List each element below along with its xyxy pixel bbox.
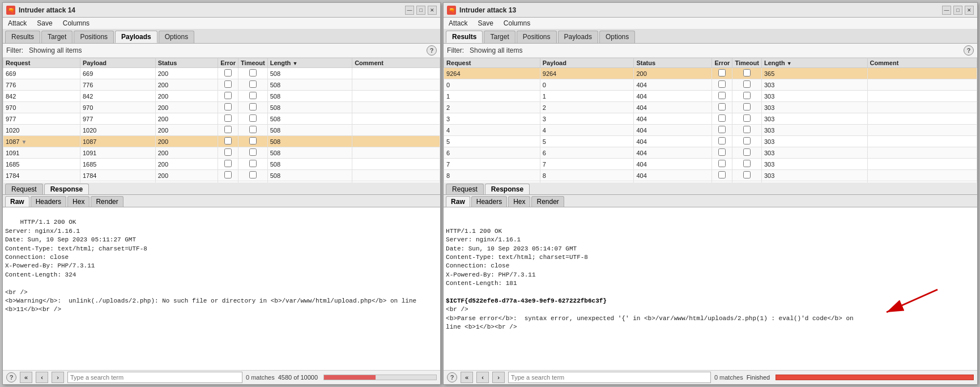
cell-error[interactable] [712, 147, 732, 159]
cell-error[interactable] [712, 102, 732, 113]
col-payload-left[interactable]: Payload [80, 58, 155, 68]
cell-error[interactable] [218, 91, 238, 102]
cell-timeout[interactable] [732, 79, 762, 91]
col-request-right[interactable]: Request [444, 58, 540, 68]
cell-timeout[interactable] [238, 125, 268, 136]
nav-next-right[interactable]: › [492, 372, 505, 383]
cell-error[interactable] [218, 170, 238, 181]
view-hex-left[interactable]: Hex [67, 196, 90, 207]
col-error-right[interactable]: Error [712, 58, 732, 68]
cell-timeout[interactable] [732, 136, 762, 147]
col-payload-right[interactable]: Payload [540, 58, 634, 68]
table-row[interactable]: 970 970 200 508 [3, 102, 440, 113]
cell-error[interactable] [712, 68, 732, 79]
table-row[interactable]: 5 5 404 303 [444, 136, 977, 147]
cell-error[interactable] [712, 136, 732, 147]
table-row[interactable]: 1087 ▼ 1087 200 508 [3, 136, 440, 147]
table-row[interactable]: 669 669 200 508 [3, 68, 440, 79]
cell-error[interactable] [218, 113, 238, 125]
nav-next-left[interactable]: › [52, 372, 64, 383]
view-raw-left[interactable]: Raw [5, 196, 29, 207]
cell-error[interactable] [712, 79, 732, 91]
tab-request-left[interactable]: Request [5, 184, 43, 194]
search-input-right[interactable] [508, 372, 711, 383]
col-status-right[interactable]: Status [634, 58, 712, 68]
col-timeout-right[interactable]: Timeout [732, 58, 762, 68]
table-row[interactable]: 1784 1784 200 508 [3, 170, 440, 181]
close-button-left[interactable]: ✕ [428, 6, 437, 15]
table-row[interactable]: 776 776 200 508 [3, 79, 440, 91]
tab-request-right[interactable]: Request [446, 184, 484, 194]
view-raw-right[interactable]: Raw [446, 196, 470, 207]
table-row[interactable]: 1091 1091 200 508 [3, 147, 440, 159]
tab-options-left[interactable]: Options [159, 31, 194, 43]
cell-timeout[interactable] [732, 91, 762, 102]
tab-response-left[interactable]: Response [44, 184, 89, 194]
cell-timeout[interactable] [238, 91, 268, 102]
cell-error[interactable] [218, 102, 238, 113]
table-row[interactable]: 9264 9264 200 365 [444, 68, 977, 79]
table-row[interactable]: 977 977 200 508 [3, 113, 440, 125]
cell-error[interactable] [712, 159, 732, 170]
search-input-left[interactable] [67, 372, 242, 383]
table-row[interactable]: 4 4 404 303 [444, 125, 977, 136]
nav-prev-prev-left[interactable]: « [20, 372, 32, 383]
tab-positions-right[interactable]: Positions [517, 31, 557, 43]
table-row[interactable]: 1 1 404 303 [444, 91, 977, 102]
menu-attack-right[interactable]: Attack [447, 19, 469, 28]
menu-save-right[interactable]: Save [476, 19, 495, 28]
table-row[interactable]: 1020 1020 200 508 [3, 125, 440, 136]
col-status-left[interactable]: Status [155, 58, 218, 68]
col-request-left[interactable]: Request [3, 58, 80, 68]
cell-timeout[interactable] [732, 125, 762, 136]
cell-timeout[interactable] [238, 79, 268, 91]
view-render-left[interactable]: Render [91, 196, 123, 207]
col-length-left[interactable]: Length ▼ [267, 58, 352, 68]
cell-error[interactable] [218, 125, 238, 136]
help-button-status-right[interactable]: ? [447, 372, 457, 382]
cell-error[interactable] [218, 68, 238, 79]
tab-target-right[interactable]: Target [484, 31, 515, 43]
close-button-right[interactable]: ✕ [965, 6, 974, 15]
cell-timeout[interactable] [732, 159, 762, 170]
cell-timeout[interactable] [238, 170, 268, 181]
tab-target-left[interactable]: Target [41, 31, 73, 43]
help-button-status-left[interactable]: ? [6, 372, 16, 382]
tab-options-right[interactable]: Options [599, 31, 635, 43]
col-comment-left[interactable]: Comment [352, 58, 440, 68]
cell-timeout[interactable] [238, 113, 268, 125]
cell-timeout[interactable] [238, 68, 268, 79]
menu-attack-left[interactable]: Attack [6, 19, 28, 28]
cell-error[interactable] [712, 113, 732, 125]
cell-error[interactable] [712, 125, 732, 136]
tab-response-right[interactable]: Response [485, 184, 530, 194]
nav-prev-right[interactable]: ‹ [476, 372, 489, 383]
table-row[interactable]: 842 842 200 508 [3, 91, 440, 102]
table-row[interactable]: 0 0 404 303 [444, 79, 977, 91]
cell-timeout[interactable] [732, 68, 762, 79]
table-row[interactable]: 7 7 404 303 [444, 159, 977, 170]
table-row[interactable]: 3 3 404 303 [444, 113, 977, 125]
cell-error[interactable] [218, 159, 238, 170]
col-comment-right[interactable]: Comment [867, 58, 977, 68]
cell-timeout[interactable] [732, 113, 762, 125]
help-button-filter-left[interactable]: ? [427, 45, 437, 56]
menu-columns-left[interactable]: Columns [61, 19, 91, 28]
menu-save-left[interactable]: Save [35, 19, 54, 28]
tab-payloads-left[interactable]: Payloads [115, 31, 157, 43]
table-row[interactable]: 8 8 404 303 [444, 170, 977, 181]
view-render-right[interactable]: Render [531, 196, 564, 207]
cell-error[interactable] [218, 79, 238, 91]
menu-columns-right[interactable]: Columns [502, 19, 532, 28]
view-headers-right[interactable]: Headers [471, 196, 507, 207]
tab-positions-left[interactable]: Positions [74, 31, 114, 43]
maximize-button-left[interactable]: □ [416, 6, 425, 15]
cell-timeout[interactable] [732, 170, 762, 181]
nav-prev-left[interactable]: ‹ [36, 372, 48, 383]
tab-results-left[interactable]: Results [5, 31, 40, 43]
cell-timeout[interactable] [732, 102, 762, 113]
table-row[interactable]: 6 6 404 303 [444, 147, 977, 159]
view-headers-left[interactable]: Headers [31, 196, 66, 207]
cell-error[interactable] [712, 91, 732, 102]
table-scroll-left[interactable]: Request Payload Status Error Timeout Len… [3, 58, 440, 182]
